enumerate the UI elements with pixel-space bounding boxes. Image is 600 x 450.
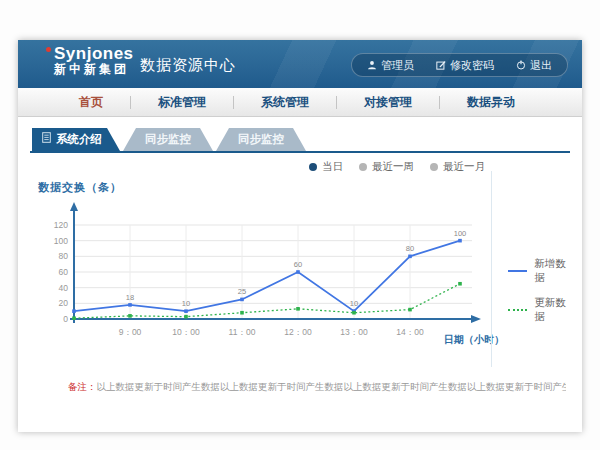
tab-sync-monitor-1[interactable]: 同步监控	[123, 128, 213, 151]
svg-text:18: 18	[126, 293, 134, 302]
tab-sync-monitor-2[interactable]: 同步监控	[216, 128, 306, 151]
svg-text:100: 100	[54, 236, 68, 246]
svg-text:80: 80	[406, 244, 414, 253]
main-nav: 首页 标准管理 系统管理 对接管理 数据异动	[18, 88, 582, 117]
footer-note: 备注：以上数据更新于时间产生数据以上数据更新于时间产生数据以上数据更新于时间产生…	[68, 381, 566, 394]
radio-last-month-label: 最近一月	[443, 160, 485, 174]
svg-text:0: 0	[63, 314, 68, 324]
logout-button[interactable]: 退出	[505, 58, 563, 73]
document-icon	[42, 128, 51, 151]
radio-last-week[interactable]: 最近一周	[359, 160, 414, 174]
svg-text:10: 10	[182, 299, 190, 308]
nav-item-home[interactable]: 首页	[52, 94, 130, 111]
content-area: 系统介绍 同步监控 同步监控 当日 最近一周	[18, 117, 582, 394]
user-toolbar: 管理员 修改密码 退出	[351, 53, 568, 77]
dotted-line-swatch-icon	[508, 309, 527, 311]
nav-item-system-mgmt[interactable]: 系统管理	[234, 94, 336, 111]
admin-user-label: 管理员	[381, 58, 414, 73]
radio-selected-icon	[309, 163, 317, 171]
legend-item-new-data: 新增数据	[508, 257, 568, 285]
footer-note-text: 以上数据更新于时间产生数据以上数据更新于时间产生数据以上数据更新于时间产生数据以…	[97, 381, 567, 392]
legend-new-data-label: 新增数据	[534, 257, 568, 285]
radio-today-label: 当日	[322, 160, 343, 174]
chart-legend: 新增数据 更新数据	[491, 171, 568, 367]
logo-red-dot-icon	[46, 47, 51, 52]
tab-system-intro[interactable]: 系统介绍	[32, 128, 120, 151]
app-window: Synjones 新中新集团 数据资源中心 管理员 修改密码	[18, 40, 582, 432]
svg-text:10: 10	[350, 299, 358, 308]
app-header: Synjones 新中新集团 数据资源中心 管理员 修改密码	[18, 40, 582, 88]
solid-line-swatch-icon	[508, 270, 527, 272]
radio-last-week-label: 最近一周	[372, 160, 414, 174]
change-password-button[interactable]: 修改密码	[425, 58, 505, 73]
svg-text:12：00: 12：00	[284, 327, 312, 337]
brand-logo-chinese: 新中新集团	[54, 63, 134, 76]
legend-item-updated-data: 更新数据	[508, 296, 568, 324]
chart-y-axis-title: 数据交换（条）	[38, 180, 491, 195]
tab-bar: 系统介绍 同步监控 同步监控	[18, 117, 582, 151]
logout-label: 退出	[530, 58, 552, 73]
tab-underline	[30, 151, 570, 153]
radio-last-month[interactable]: 最近一月	[430, 160, 485, 174]
svg-text:25: 25	[238, 287, 246, 296]
chart-column: 当日 最近一周 最近一月 数据交换（条） 0204060801001209：00…	[36, 157, 491, 367]
admin-user-button[interactable]: 管理员	[356, 58, 425, 73]
page-background: Synjones 新中新集团 数据资源中心 管理员 修改密码	[0, 0, 600, 450]
nav-item-data-change[interactable]: 数据异动	[440, 94, 542, 111]
svg-text:9：00: 9：00	[119, 327, 142, 337]
change-password-label: 修改密码	[450, 58, 494, 73]
legend-updated-data-label: 更新数据	[534, 296, 568, 324]
svg-text:40: 40	[59, 283, 69, 293]
svg-text:80: 80	[59, 251, 69, 261]
svg-text:14：00: 14：00	[396, 327, 424, 337]
chart-section: 当日 最近一周 最近一月 数据交换（条） 0204060801001209：00…	[36, 157, 568, 367]
page-title: 数据资源中心	[140, 56, 236, 75]
svg-text:100: 100	[454, 229, 467, 238]
svg-text:60: 60	[59, 267, 69, 277]
edit-icon	[436, 60, 446, 70]
time-range-filter: 当日 最近一周 最近一月	[36, 157, 491, 174]
nav-item-standard-mgmt[interactable]: 标准管理	[131, 94, 233, 111]
svg-text:20: 20	[59, 298, 69, 308]
brand-logo: Synjones 新中新集团	[54, 45, 134, 75]
logout-icon	[516, 60, 526, 70]
radio-unselected-icon	[430, 163, 438, 171]
brand-logo-latin: Synjones	[54, 45, 134, 63]
tab-system-intro-label: 系统介绍	[56, 128, 102, 151]
radio-unselected-icon	[359, 163, 367, 171]
svg-text:11：00: 11：00	[229, 327, 256, 337]
svg-text:60: 60	[294, 260, 302, 269]
user-icon	[367, 60, 377, 70]
radio-today[interactable]: 当日	[309, 160, 343, 174]
svg-text:13：00: 13：00	[340, 327, 368, 337]
line-chart: 0204060801001209：0010：0011：0012：0013：001…	[36, 197, 506, 367]
footer-note-prefix: 备注：	[68, 381, 97, 392]
svg-text:120: 120	[54, 220, 68, 230]
nav-item-interface-mgmt[interactable]: 对接管理	[337, 94, 439, 111]
svg-text:10：00: 10：00	[172, 327, 200, 337]
